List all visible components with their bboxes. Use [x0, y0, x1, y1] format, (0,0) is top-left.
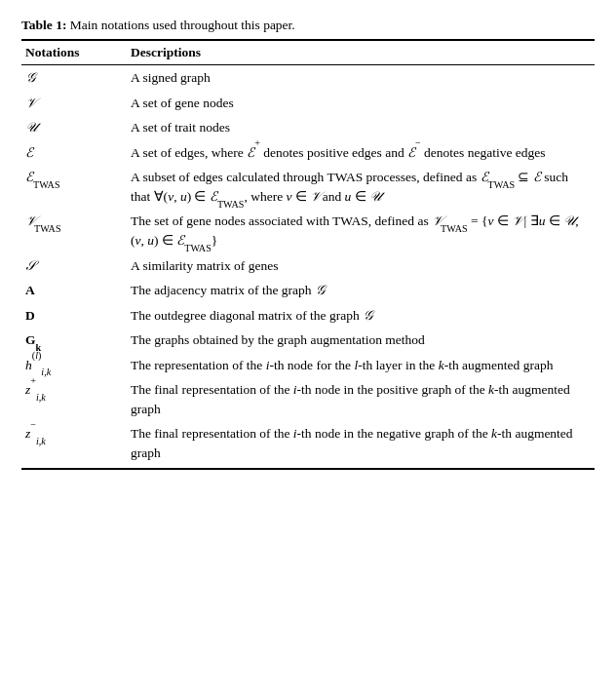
table-row: DThe outdegree diagonal matrix of the gr… — [21, 303, 595, 329]
table-row: ℰTWASA subset of edges calculated throug… — [21, 165, 595, 209]
description-cell: The set of gene nodes associated with TW… — [127, 209, 595, 252]
caption-text: Main notations used throughout this pape… — [66, 18, 294, 32]
notation-cell: ℰ — [21, 140, 127, 166]
description-cell: The final representation of the i-th nod… — [127, 377, 595, 421]
notation-cell: D — [21, 303, 127, 329]
table-row: AThe adjacency matrix of the graph 𝒢 — [21, 278, 595, 303]
notation-table: Notations Descriptions 𝒢A signed graph𝒱A… — [21, 39, 595, 470]
description-cell: A signed graph — [127, 65, 595, 91]
table-row: GkThe graphs obtained by the graph augme… — [21, 328, 595, 353]
description-cell: The representation of the i-th node for … — [127, 353, 595, 378]
description-cell: The outdegree diagonal matrix of the gra… — [127, 303, 595, 329]
notation-cell: 𝒱 — [21, 91, 127, 116]
description-cell: The adjacency matrix of the graph 𝒢 — [127, 278, 595, 303]
table-row: 𝒢A signed graph — [21, 65, 595, 91]
col-header-notations: Notations — [21, 40, 127, 65]
notation-cell: z+i,k — [21, 377, 127, 421]
table-row: z−i,kThe final representation of the i-t… — [21, 421, 595, 468]
description-cell: A similarity matrix of genes — [127, 253, 595, 279]
description-cell: A set of gene nodes — [127, 91, 595, 116]
table-row: 𝒱A set of gene nodes — [21, 91, 595, 116]
notation-cell: z−i,k — [21, 421, 127, 468]
table-row: h(l)i,kThe representation of the i-th no… — [21, 353, 595, 378]
notation-cell: Gk — [21, 328, 127, 353]
notation-cell: 𝒱TWAS — [21, 209, 127, 252]
notation-cell: 𝒰 — [21, 115, 127, 140]
caption-label: Table 1: — [21, 18, 66, 32]
table-row: z+i,kThe final representation of the i-t… — [21, 377, 595, 421]
notation-cell: h(l)i,k — [21, 353, 127, 378]
description-cell: A set of trait nodes — [127, 115, 595, 140]
description-cell: A subset of edges calculated through TWA… — [127, 165, 595, 209]
description-cell: The graphs obtained by the graph augment… — [127, 328, 595, 353]
table-row: 𝒮A similarity matrix of genes — [21, 253, 595, 279]
notation-cell: ℰTWAS — [21, 165, 127, 209]
table-row: ℰA set of edges, where ℰ+ denotes positi… — [21, 140, 595, 166]
notation-cell: 𝒮 — [21, 253, 127, 279]
col-header-descriptions: Descriptions — [127, 40, 595, 65]
table-row: 𝒰A set of trait nodes — [21, 115, 595, 140]
description-cell: The final representation of the i-th nod… — [127, 421, 595, 468]
description-cell: A set of edges, where ℰ+ denotes positiv… — [127, 140, 595, 166]
table-row: 𝒱TWASThe set of gene nodes associated wi… — [21, 209, 595, 252]
notation-cell: 𝒢 — [21, 65, 127, 91]
table-caption: Table 1: Main notations used throughout … — [21, 18, 595, 33]
notation-cell: A — [21, 278, 127, 303]
